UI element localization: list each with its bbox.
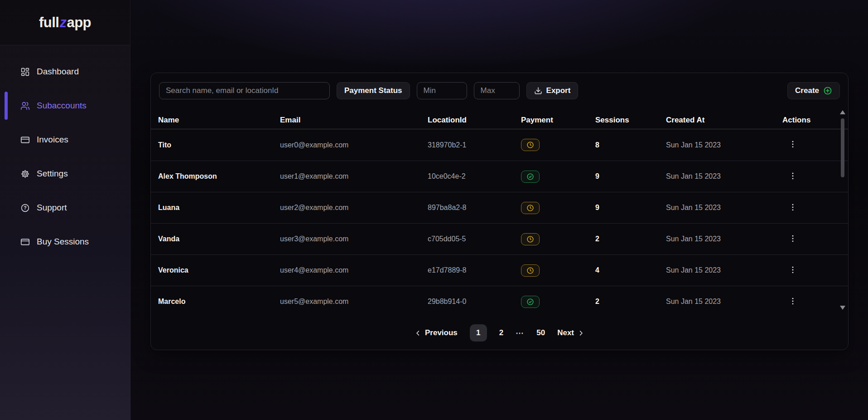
app-logo-text: fullzapp [39, 15, 91, 31]
table-row: Tito user0@example.com 318970b2-1 8 Sun … [151, 129, 848, 161]
payment-status-badge[interactable] [521, 264, 540, 277]
cell-email: user4@example.com [280, 266, 428, 274]
kebab-menu-icon [789, 171, 797, 181]
cell-sessions: 9 [595, 204, 666, 212]
users-icon [20, 101, 30, 111]
column-header-actions: Actions [782, 116, 848, 125]
scroll-down-arrow-icon[interactable] [840, 306, 845, 310]
column-header-sessions: Sessions [595, 116, 666, 125]
table-row: Luana user2@example.com 897ba8a2-8 9 Sun… [151, 192, 848, 223]
cell-location-id: 29b8b914-0 [428, 298, 521, 306]
sidebar-item-label: Settings [37, 169, 68, 179]
page-button-last[interactable]: 50 [536, 328, 545, 337]
pagination: Previous 1 2 ⋯ 50 Next [151, 324, 848, 342]
search-input[interactable] [159, 82, 330, 99]
kebab-menu-icon [789, 203, 797, 212]
cell-name: Vanda [158, 235, 280, 243]
previous-page-label: Previous [425, 328, 458, 337]
sidebar: fullzapp Dashboard Subaccounts [0, 0, 130, 420]
next-page-button[interactable]: Next [557, 328, 584, 337]
max-sessions-input[interactable] [474, 82, 520, 99]
sidebar-item-label: Invoices [37, 135, 68, 145]
payment-status-badge[interactable] [521, 202, 540, 214]
cell-created-at: Sun Jan 15 2023 [666, 141, 782, 149]
table-row: Alex Thomposon user1@example.com 10ce0c4… [151, 161, 848, 192]
row-actions-button[interactable] [782, 138, 803, 152]
column-header-email: Email [280, 116, 428, 125]
logo-part-full: full [39, 15, 59, 30]
cell-email: user1@example.com [280, 172, 428, 181]
sidebar-item-label: Subaccounts [37, 101, 87, 111]
export-button-label: Export [546, 86, 571, 95]
cell-location-id: 897ba8a2-8 [428, 204, 521, 212]
clock-icon [526, 141, 534, 149]
next-page-label: Next [557, 328, 574, 337]
row-actions-button[interactable] [782, 201, 803, 215]
payment-status-badge[interactable] [521, 171, 540, 183]
check-circle-icon [526, 173, 534, 181]
clock-icon [526, 235, 534, 243]
sidebar-item-label: Dashboard [37, 67, 79, 77]
sidebar-item-support[interactable]: ? Support [0, 198, 130, 218]
row-actions-button[interactable] [782, 170, 803, 184]
sidebar-nav: Dashboard Subaccounts Invoices [0, 62, 130, 252]
cell-sessions: 8 [595, 141, 666, 149]
scrollbar-thumb[interactable] [841, 118, 844, 177]
sidebar-item-dashboard[interactable]: Dashboard [0, 62, 130, 82]
dashboard-grid-icon [20, 67, 30, 77]
svg-text:?: ? [24, 205, 26, 210]
column-header-payment: Payment [521, 116, 595, 125]
main-content: Payment Status Export Create [130, 0, 868, 420]
cell-location-id: 10ce0c4e-2 [428, 172, 521, 181]
row-actions-button[interactable] [782, 264, 803, 278]
chevron-right-icon [578, 330, 584, 337]
column-header-created-at: Created At [666, 116, 782, 125]
page-button-2[interactable]: 2 [499, 328, 503, 337]
sidebar-item-label: Support [37, 203, 67, 213]
gear-icon [20, 169, 30, 179]
previous-page-button[interactable]: Previous [415, 328, 458, 337]
sidebar-item-settings[interactable]: Settings [0, 164, 130, 184]
cell-email: user0@example.com [280, 141, 428, 149]
credit-card-icon [20, 135, 30, 145]
row-actions-button[interactable] [782, 232, 803, 246]
cell-created-at: Sun Jan 15 2023 [666, 172, 782, 181]
create-button[interactable]: Create [787, 82, 840, 99]
page-button-1[interactable]: 1 [470, 324, 487, 342]
payment-status-filter-button[interactable]: Payment Status [337, 82, 410, 99]
payment-status-badge[interactable] [521, 296, 540, 308]
min-sessions-input[interactable] [417, 82, 467, 99]
sidebar-item-label: Buy Sessions [37, 237, 89, 247]
cell-created-at: Sun Jan 15 2023 [666, 298, 782, 306]
subaccounts-table: Name Email LocationId Payment Sessions C… [151, 111, 848, 317]
payment-status-badge[interactable] [521, 233, 540, 245]
cell-sessions: 4 [595, 266, 666, 274]
card-icon [20, 237, 30, 247]
sidebar-item-buy-sessions[interactable]: Buy Sessions [0, 232, 130, 252]
table-row: Veronica user4@example.com e17d7889-8 4 … [151, 254, 848, 286]
app-logo: fullzapp [0, 0, 130, 45]
export-button[interactable]: Export [526, 82, 579, 99]
cell-sessions: 2 [595, 298, 666, 306]
cell-name: Veronica [158, 266, 280, 274]
table-scrollbar [839, 110, 846, 310]
sidebar-item-subaccounts[interactable]: Subaccounts [0, 96, 130, 116]
cell-created-at: Sun Jan 15 2023 [666, 235, 782, 243]
logo-part-z: z [59, 15, 67, 30]
pagination-ellipsis: ⋯ [516, 328, 524, 338]
column-header-name: Name [158, 116, 280, 125]
kebab-menu-icon [789, 234, 797, 243]
payment-status-badge[interactable] [521, 139, 540, 151]
sidebar-item-invoices[interactable]: Invoices [0, 130, 130, 150]
row-actions-button[interactable] [782, 295, 803, 309]
cell-email: user2@example.com [280, 204, 428, 212]
scroll-up-arrow-icon[interactable] [840, 110, 845, 114]
table-row: Vanda user3@example.com c705dd05-5 2 Sun… [151, 223, 848, 254]
chevron-left-icon [415, 330, 421, 337]
clock-icon [526, 267, 534, 274]
plus-circle-icon [823, 86, 832, 95]
cell-email: user3@example.com [280, 235, 428, 243]
payment-status-filter-label: Payment Status [344, 86, 402, 95]
subaccounts-panel: Payment Status Export Create [150, 73, 849, 350]
logo-part-app: app [67, 15, 91, 30]
